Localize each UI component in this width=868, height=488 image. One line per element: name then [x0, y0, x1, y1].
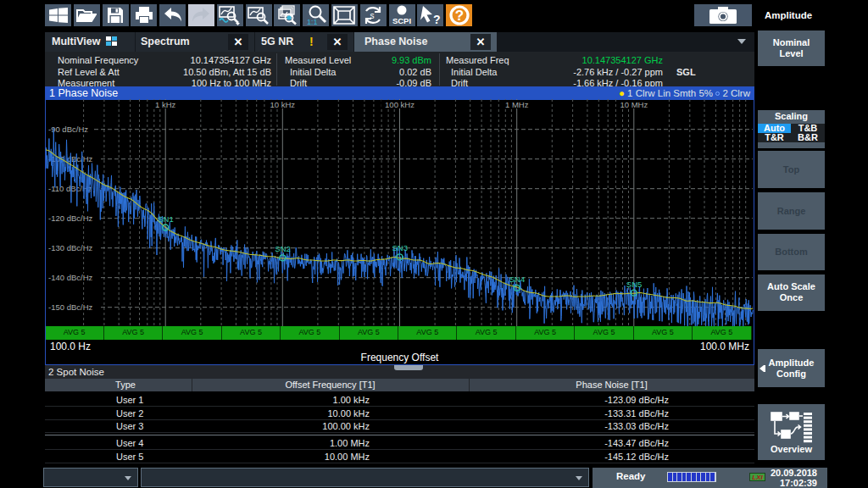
- svg-text:1 kHz: 1 kHz: [155, 100, 176, 109]
- svg-text:10 kHz: 10 kHz: [270, 100, 296, 109]
- svg-text:SN4: SN4: [509, 274, 525, 284]
- svg-text:-150 dBc/Hz: -150 dBc/Hz: [48, 302, 93, 312]
- svg-text:10 MHz: 10 MHz: [620, 100, 648, 109]
- svg-text:-130 dBc/Hz: -130 dBc/Hz: [48, 243, 93, 252]
- svg-text:SN5: SN5: [626, 280, 642, 289]
- svg-text:SN1: SN1: [158, 214, 173, 224]
- svg-text:-120 dBc/Hz: -120 dBc/Hz: [48, 214, 93, 223]
- svg-text:SN2: SN2: [275, 244, 290, 253]
- svg-text:SCPI: SCPI: [392, 16, 411, 25]
- svg-text:?: ?: [433, 13, 441, 25]
- svg-text:s: s: [370, 11, 375, 20]
- svg-text:-140 dBc/Hz: -140 dBc/Hz: [48, 273, 93, 282]
- svg-text:100 kHz: 100 kHz: [385, 100, 415, 109]
- svg-text:SN3: SN3: [392, 243, 408, 252]
- svg-text:1:1: 1:1: [307, 18, 318, 25]
- svg-text:-90 dBc/Hz: -90 dBc/Hz: [48, 125, 88, 134]
- svg-text:1 MHz: 1 MHz: [505, 100, 529, 109]
- svg-text:?: ?: [454, 8, 463, 24]
